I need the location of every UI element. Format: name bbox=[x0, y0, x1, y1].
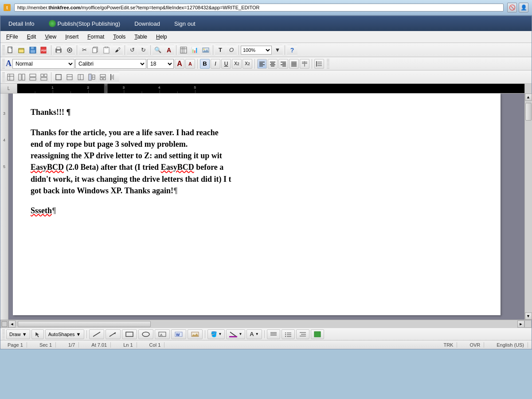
menu-edit[interactable]: Edit bbox=[23, 32, 40, 42]
document-content[interactable]: Thanks!!! ¶ Thanks for the article, you … bbox=[31, 107, 483, 216]
browser-action-btn[interactable]: 👤 bbox=[519, 3, 528, 12]
scroll-corner-br bbox=[524, 320, 532, 328]
scroll-left-btn[interactable]: ◄ bbox=[8, 321, 16, 328]
table-layout-btn1[interactable] bbox=[5, 72, 16, 82]
line-spacing-btn[interactable] bbox=[314, 59, 324, 69]
format-painter-btn[interactable]: 🖌 bbox=[112, 45, 123, 55]
frame-btn1[interactable] bbox=[53, 72, 64, 82]
document-area[interactable]: Thanks!!! ¶ Thanks for the article, you … bbox=[8, 94, 524, 320]
font-select[interactable]: Calibri bbox=[75, 59, 146, 69]
find-btn[interactable]: 🔍 bbox=[153, 45, 163, 55]
new-doc-btn[interactable] bbox=[5, 45, 16, 55]
graph-btn[interactable]: 📊 bbox=[189, 45, 200, 55]
help-toolbar-btn[interactable]: ? bbox=[287, 45, 297, 55]
horizontal-scrollbar[interactable]: ◄ ► bbox=[8, 320, 524, 328]
save-btn[interactable] bbox=[27, 45, 38, 55]
menu-help[interactable]: Help bbox=[152, 32, 171, 42]
scroll-thumb-h[interactable] bbox=[18, 321, 151, 327]
align-right-btn[interactable] bbox=[278, 59, 288, 69]
fill-color-btn[interactable]: 🪣 ▼ bbox=[207, 329, 225, 339]
frame-btn3[interactable] bbox=[75, 72, 86, 82]
table-layout-btn4[interactable] bbox=[39, 72, 49, 82]
table-toolbar-handle bbox=[2, 72, 5, 82]
text-box-btn[interactable]: A bbox=[155, 329, 170, 339]
menu-insert[interactable]: Insert bbox=[61, 32, 82, 42]
menu-tools[interactable]: Tools bbox=[109, 32, 129, 42]
menu-file[interactable]: FFile bbox=[2, 32, 22, 42]
underline-btn[interactable]: U bbox=[221, 59, 231, 69]
draw-btn[interactable]: Draw ▼ bbox=[6, 329, 30, 339]
scroll-thumb-v[interactable] bbox=[525, 103, 532, 121]
size-select[interactable]: 18 bbox=[147, 59, 174, 69]
menu-view[interactable]: View bbox=[41, 32, 60, 42]
column-break-btn[interactable] bbox=[300, 59, 309, 69]
menu-format[interactable]: Format bbox=[83, 32, 108, 42]
copy-btn[interactable] bbox=[90, 45, 101, 55]
vertical-ruler: 3 4 5 bbox=[0, 94, 8, 320]
scroll-up-btn[interactable]: ▲ bbox=[525, 94, 532, 101]
print-btn[interactable] bbox=[53, 45, 64, 55]
zoom-dropdown-btn[interactable]: ▼ bbox=[272, 45, 283, 55]
align-center-btn[interactable] bbox=[268, 59, 278, 69]
publish-btn[interactable]: Publish(Stop Publishing) bbox=[46, 19, 123, 28]
scroll-track-h[interactable] bbox=[16, 321, 517, 328]
italic-toolbar-btn[interactable]: O bbox=[226, 45, 237, 55]
style-select[interactable]: Normal bbox=[12, 59, 74, 69]
insert-image-btn[interactable] bbox=[200, 45, 211, 55]
bold-toolbar-btn[interactable]: T bbox=[215, 45, 226, 55]
vertical-scrollbar[interactable]: ▲ ▼ bbox=[524, 94, 532, 320]
line-color-btn[interactable]: ▼ bbox=[226, 329, 245, 339]
sign-out-btn[interactable]: Sign out bbox=[172, 19, 198, 28]
redo-btn[interactable]: ↻ bbox=[138, 45, 149, 55]
insert-image-draw-btn[interactable] bbox=[188, 329, 203, 339]
rect-tool-btn[interactable] bbox=[122, 329, 137, 339]
detail-info-btn[interactable]: Detail Info bbox=[6, 19, 37, 28]
print-preview-btn[interactable] bbox=[64, 45, 75, 55]
text-align-draw-btn[interactable] bbox=[267, 329, 280, 339]
download-btn[interactable]: Download bbox=[132, 19, 163, 28]
justify-btn[interactable] bbox=[289, 59, 299, 69]
open-btn[interactable] bbox=[16, 45, 27, 55]
menu-table[interactable]: Table bbox=[130, 32, 151, 42]
frame-btn6[interactable] bbox=[109, 72, 119, 82]
cut-btn[interactable]: ✂ bbox=[79, 45, 90, 55]
grow-font-btn[interactable]: A bbox=[175, 59, 184, 69]
paste-btn[interactable] bbox=[101, 45, 112, 55]
scroll-track-v[interactable] bbox=[525, 101, 532, 313]
browser-stop-btn[interactable]: 🚫 bbox=[507, 3, 517, 12]
table-layout-btn3[interactable] bbox=[27, 72, 38, 82]
shrink-font-btn[interactable]: A bbox=[185, 59, 195, 69]
autoshapes-btn[interactable]: AutoShapes ▼ bbox=[45, 329, 84, 339]
pdf-btn[interactable]: PDF bbox=[39, 45, 49, 55]
spellcheck-toolbar-btn[interactable]: A bbox=[164, 45, 174, 55]
arrow-tool-btn[interactable] bbox=[106, 329, 121, 339]
align-left-btn[interactable] bbox=[257, 59, 267, 69]
toolbar-sep-5 bbox=[176, 45, 176, 55]
font-color-btn[interactable]: A ▼ bbox=[246, 329, 262, 339]
frame-btn5[interactable] bbox=[98, 72, 108, 82]
scroll-down-btn[interactable]: ▼ bbox=[525, 313, 532, 320]
line-tool-btn[interactable] bbox=[89, 329, 104, 339]
svg-rect-65 bbox=[89, 74, 91, 80]
address-bar[interactable]: http://member.thinkfree.com/myoffice/goP… bbox=[14, 4, 504, 12]
superscript-btn[interactable]: X2 bbox=[232, 59, 242, 69]
frame-btn2[interactable] bbox=[64, 72, 75, 82]
indent-draw-btn[interactable] bbox=[296, 329, 309, 339]
subscript-btn[interactable]: X2 bbox=[243, 59, 252, 69]
status-language: English (US) bbox=[493, 342, 528, 348]
frame-btn4[interactable] bbox=[86, 72, 97, 82]
bullets-draw-btn[interactable] bbox=[282, 329, 295, 339]
scroll-right-btn[interactable]: ► bbox=[517, 321, 524, 328]
zoom-select[interactable]: 100% 75% 150% bbox=[241, 46, 272, 55]
italic-btn[interactable]: I bbox=[211, 59, 220, 69]
undo-btn[interactable]: ↺ bbox=[127, 45, 137, 55]
insert-wordart-btn[interactable]: W bbox=[171, 329, 186, 339]
table-insert-btn[interactable] bbox=[178, 45, 189, 55]
select-btn[interactable] bbox=[31, 329, 44, 339]
svg-rect-14 bbox=[93, 48, 97, 53]
paragraph-2: Thanks for the article, you are a life s… bbox=[31, 127, 483, 196]
green-square-btn[interactable] bbox=[311, 329, 324, 339]
bold-btn[interactable]: B bbox=[200, 59, 210, 69]
ellipse-tool-btn[interactable] bbox=[138, 329, 153, 339]
table-layout-btn2[interactable] bbox=[16, 72, 27, 82]
